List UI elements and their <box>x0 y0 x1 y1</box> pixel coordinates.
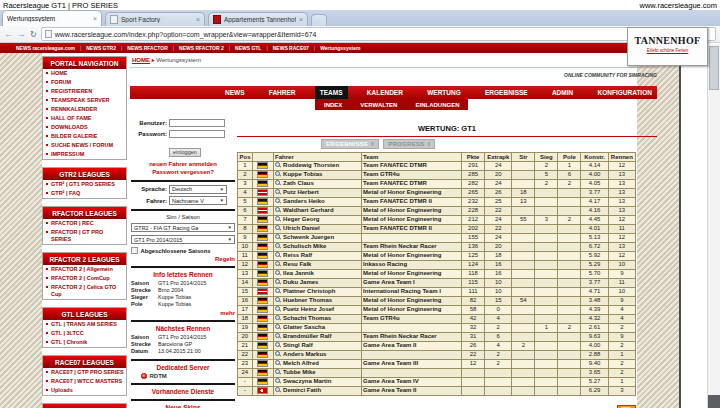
server-entry[interactable]: RDTM <box>131 373 235 379</box>
magnifier-icon[interactable] <box>275 189 281 195</box>
tab-close-icon[interactable]: × <box>196 17 200 23</box>
scrollbar[interactable] <box>707 44 720 408</box>
sidebar-link[interactable]: RENNKALENDER <box>43 105 126 114</box>
driver-cell[interactable]: Demirci Fatih <box>273 386 361 395</box>
magnifier-icon[interactable] <box>275 279 281 285</box>
column-header-fahrer[interactable]: Fahrer <box>273 153 361 162</box>
tab-close-icon[interactable]: × <box>299 17 303 23</box>
magnifier-icon[interactable] <box>275 180 281 186</box>
browser-tab[interactable]: Appartements Tannenhof W× <box>208 12 308 26</box>
magnifier-icon[interactable] <box>275 360 281 366</box>
magnifier-icon[interactable] <box>275 270 281 276</box>
sim-select[interactable]: GTR2 - FIA GT Racing Ga ▼ <box>131 223 235 232</box>
new-tab-button[interactable] <box>311 14 327 26</box>
tab-ergebnisse[interactable]: ERGEBNISSE <box>480 86 533 99</box>
sidebar-link[interactable]: RACE07 | WTCC MASTERS <box>43 377 126 386</box>
magnifier-icon[interactable] <box>275 162 281 168</box>
driver-cell[interactable]: Anders Markus <box>273 350 361 359</box>
magnifier-icon[interactable] <box>275 171 281 177</box>
sidebar-link[interactable]: GTR² | FAQ <box>43 189 126 198</box>
driver-cell[interactable]: Sanders Heiko <box>273 197 361 206</box>
sidebar-link[interactable]: RFACTOR 2 | Allgemein <box>43 265 126 274</box>
magnifier-icon[interactable] <box>275 342 281 348</box>
passwort-input[interactable] <box>169 130 225 138</box>
topnav-item[interactable]: NEWS RFACTOR 2 <box>179 45 224 51</box>
reload-icon[interactable]: ↻ <box>30 30 37 39</box>
driver-cell[interactable]: Waldhart Gerhard <box>273 206 361 215</box>
driver-cell[interactable]: Swaczyna Martin <box>273 377 361 386</box>
column-header-sieg[interactable]: Sieg <box>535 153 558 162</box>
forgot-password-link[interactable]: Passwort vergessen? <box>131 168 235 176</box>
magnifier-icon[interactable] <box>275 261 281 267</box>
column-header-pos[interactable]: Pos <box>238 153 253 162</box>
driver-cell[interactable]: Plattner Christoph <box>273 287 361 296</box>
tab-teams[interactable]: TEAMS <box>315 86 348 99</box>
sidebar-link[interactable]: RFACTOR | GT PRO SERIES <box>43 228 126 244</box>
magnifier-icon[interactable] <box>275 243 281 249</box>
topnav-item[interactable]: Wertungssystem <box>320 45 360 51</box>
more-link[interactable]: mehr <box>131 310 235 316</box>
driver-cell[interactable]: Stingl Ralf <box>273 341 361 350</box>
tab-kalender[interactable]: KALENDER <box>362 86 408 99</box>
xml-feed-button[interactable]: XML <box>617 405 636 408</box>
scrollbar-thumb[interactable] <box>709 46 719 90</box>
topnav-item[interactable]: NEWS RACE07 <box>273 45 309 51</box>
tab-news[interactable]: NEWS <box>220 86 250 99</box>
driver-cell[interactable]: Huebner Thomas <box>273 296 361 305</box>
back-icon[interactable]: ← <box>4 29 13 39</box>
tab-wertung[interactable]: WERTUNG <box>422 86 466 99</box>
driver-cell[interactable]: Heger Georg <box>273 215 361 224</box>
tab-close-icon[interactable]: × <box>93 16 97 22</box>
magnifier-icon[interactable] <box>275 315 281 321</box>
sidebar-link[interactable]: FORUM <box>43 78 126 87</box>
subtab-einladungen[interactable]: EINLADUNGEN <box>406 99 468 110</box>
finished-seasons-checkbox[interactable] <box>131 247 138 254</box>
progress-button[interactable]: PROGRESS <box>383 139 435 149</box>
season-select[interactable]: GT1 Pro 2014/2015 ▼ <box>131 235 235 244</box>
driver-cell[interactable]: Schulisch Mike <box>273 242 361 251</box>
ergebnisse-button[interactable]: ERGEBNISSE <box>321 139 379 149</box>
driver-cell[interactable]: Putz Herbert <box>273 188 361 197</box>
driver-cell[interactable]: Tubbe Mike <box>273 368 361 377</box>
login-button[interactable]: einloggen <box>169 148 201 157</box>
subtab-index[interactable]: INDEX <box>315 99 351 110</box>
sidebar-link[interactable]: GTR² | GT1 PRO SERIES <box>43 180 126 189</box>
driver-cell[interactable]: Ulrich Daniel <box>273 224 361 233</box>
sidebar-link[interactable]: Uploads <box>43 386 126 395</box>
tannenhof-ad[interactable]: TANNENHOF Erlebt schöne Ferien <box>627 27 708 66</box>
language-select[interactable]: Deutsch ▼ <box>169 185 227 194</box>
column-header-pole[interactable]: Pole <box>558 153 581 162</box>
sidebar-link[interactable]: IMPRESSUM <box>43 150 126 159</box>
topnav-item[interactable]: NEWS GTR2 <box>86 45 116 51</box>
sidebar-link[interactable]: RFACTOR 2 | Celica GTO Cup <box>43 283 126 299</box>
sidebar-link[interactable]: DOWNLOADS <box>43 123 126 132</box>
column-header-flag[interactable] <box>252 153 273 162</box>
sidebar-link[interactable]: RACE07 | GTP PRO SERIES <box>43 368 126 377</box>
topnav-item[interactable]: NEWS racersleague.com <box>16 45 75 51</box>
magnifier-icon[interactable] <box>275 198 281 204</box>
magnifier-icon[interactable] <box>275 297 281 303</box>
sidebar-link[interactable]: REGISTRIEREN <box>43 87 126 96</box>
sidebar-link[interactable]: SUCHE NEWS / FORUM <box>43 141 126 150</box>
column-header-konstr[interactable]: Konstr. <box>581 153 608 162</box>
rules-link[interactable]: Regeln <box>131 256 235 262</box>
sidebar-link[interactable]: GTL | 3LTCC <box>43 329 126 338</box>
column-header-team[interactable]: Team <box>361 153 462 162</box>
magnifier-icon[interactable] <box>275 351 281 357</box>
driver-cell[interactable]: Ilea Jannik <box>273 269 361 278</box>
magnifier-icon[interactable] <box>275 207 281 213</box>
register-link[interactable]: neuen Fahrer anmelden <box>131 160 235 168</box>
driver-cell[interactable]: Resu Falk <box>273 260 361 269</box>
tab-admin[interactable]: ADMIN <box>547 86 578 99</box>
magnifier-icon[interactable] <box>275 306 281 312</box>
driver-cell[interactable]: Melch Alfred <box>273 359 361 368</box>
driver-cell[interactable]: Reiss Ralf <box>273 251 361 260</box>
driver-cell[interactable]: Zath Claus <box>273 179 361 188</box>
column-header-rennen[interactable]: Rennen <box>608 153 635 162</box>
driver-cell[interactable]: Puetz Heinz Josef <box>273 305 361 314</box>
tab-konfiguration[interactable]: KONFIGURATION <box>593 86 657 99</box>
subtab-verwalten[interactable]: VERWALTEN <box>351 99 406 110</box>
magnifier-icon[interactable] <box>275 378 281 384</box>
sidebar-link[interactable]: HOME <box>43 69 126 78</box>
driver-cell[interactable]: Glatter Sascha <box>273 323 361 332</box>
